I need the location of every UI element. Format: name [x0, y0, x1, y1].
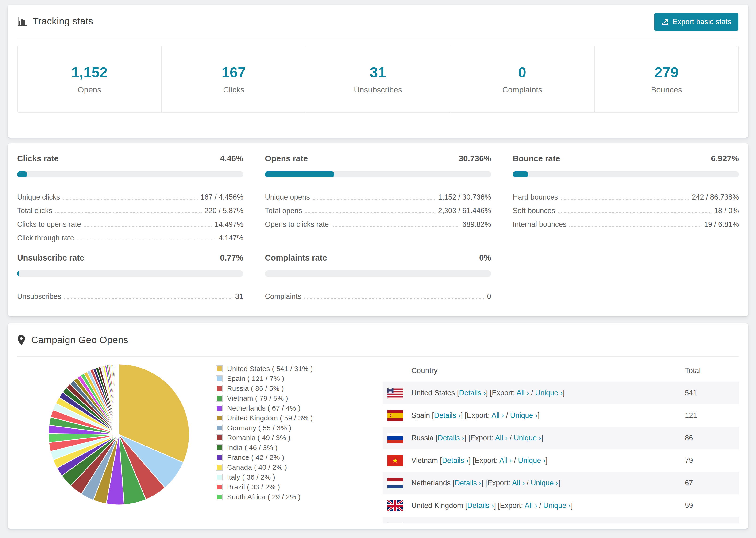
stats-summary-row: 1,152 Opens 167 Clicks 31 Unsubscribes 0… [17, 45, 739, 113]
metric-label: Internal bounces [513, 220, 567, 229]
export-label: Export: [487, 479, 511, 487]
legend-label: Romania ( 49 / 3% ) [227, 434, 291, 442]
dotted-leader [304, 298, 484, 299]
metric-value: 14.497% [215, 220, 243, 229]
metric-label: Complaints [265, 292, 301, 301]
legend-item: Vietnam ( 79 / 5% ) [216, 394, 313, 403]
legend-item: France ( 42 / 2% ) [216, 453, 313, 462]
rate-progress-fill [17, 270, 19, 277]
metric-label: Click through rate [17, 234, 74, 242]
country-flag-icon [387, 456, 403, 466]
legend-label: Netherlands ( 67 / 4% ) [227, 404, 300, 412]
rate-value: 0% [479, 253, 491, 262]
export-unique-link[interactable]: Unique › [531, 479, 558, 487]
metric-label: Total opens [265, 207, 302, 215]
metric-value: 167 / 4.456% [200, 193, 243, 201]
stat-box: 1,152 Opens [18, 46, 161, 112]
country-name: Vietnam [411, 456, 438, 464]
column-header-total: Total [685, 366, 739, 375]
export-all-link[interactable]: All › [495, 434, 508, 442]
metric-value: 4.147% [219, 234, 243, 242]
rate-progress-track [513, 171, 739, 178]
export-unique-link[interactable]: Unique › [535, 389, 563, 397]
rate-progress-fill [265, 171, 334, 178]
geo-header: Campaign Geo Opens [17, 323, 739, 357]
legend-item: India ( 46 / 3% ) [216, 443, 313, 453]
rate-metric-row: Unique opens 1,152 / 30.736% [265, 188, 491, 201]
table-row: Vietnam [Details ›] [Export: All › / Uni… [383, 449, 739, 472]
rate-metric-row: Unsubscribes 31 [17, 287, 243, 301]
dotted-leader [313, 199, 435, 199]
stat-box: 31 Unsubscribes [306, 46, 450, 112]
country-flag-icon [387, 388, 403, 398]
details-link[interactable]: Details › [455, 479, 481, 487]
export-unique-link[interactable]: Unique › [543, 501, 571, 510]
legend-swatch [216, 474, 222, 480]
rate-title: Opens rate [265, 154, 308, 163]
details-link[interactable]: Details › [442, 456, 469, 464]
dotted-leader [305, 212, 435, 213]
export-all-link[interactable]: All › [524, 501, 537, 510]
export-unique-link[interactable]: Unique › [518, 456, 545, 464]
legend-swatch [216, 415, 222, 421]
dotted-leader [558, 212, 711, 213]
country-total: 79 [685, 456, 739, 465]
stat-box: 279 Bounces [594, 46, 738, 112]
country-name: United Kingdom [411, 501, 463, 510]
legend-item: Russia ( 86 / 5% ) [216, 384, 313, 394]
export-label: Export: [470, 434, 494, 442]
legend-label: United States ( 541 / 31% ) [227, 365, 313, 373]
stat-box: 0 Complaints [450, 46, 594, 112]
rate-progress-track [17, 171, 243, 178]
dotted-leader [332, 226, 460, 227]
export-all-link[interactable]: All › [499, 456, 512, 464]
export-all-link[interactable]: All › [491, 411, 504, 419]
rate-block: Clicks rate 4.46% Unique clicks 167 / 4.… [17, 154, 243, 242]
bar-chart-icon [17, 16, 27, 26]
details-link[interactable]: Details › [438, 434, 464, 442]
stat-label: Clicks [223, 85, 244, 94]
metric-label: Unique clicks [17, 193, 60, 201]
metric-label: Soft bounces [513, 207, 555, 215]
rate-metric-row: Complaints 0 [265, 287, 491, 301]
dotted-leader [55, 212, 202, 213]
metric-value: 18 / 0% [714, 207, 739, 215]
legend-label: United Kingdom ( 59 / 3% ) [227, 414, 313, 422]
export-all-link[interactable]: All › [512, 479, 524, 487]
legend-label: Brazil ( 33 / 2% ) [227, 483, 280, 491]
tracking-stats-header: Tracking stats [17, 5, 739, 38]
country-total: 121 [685, 411, 739, 420]
details-link[interactable]: Details › [467, 501, 494, 510]
table-row: Spain [Details ›] [Export: All › / Uniqu… [383, 404, 739, 427]
export-icon [661, 18, 669, 26]
country-name: Russia [411, 434, 434, 442]
export-basic-stats-button[interactable]: Export basic stats [654, 13, 738, 30]
legend-item: United States ( 541 / 31% ) [216, 364, 313, 374]
country-flag-icon [387, 433, 403, 443]
legend-swatch [216, 445, 222, 451]
legend-item: Spain ( 121 / 7% ) [216, 374, 313, 384]
rate-metric-row: Internal bounces 19 / 6.81% [513, 215, 739, 229]
rate-metric-row: Unique clicks 167 / 4.456% [17, 188, 243, 201]
country-name: Spain [411, 411, 430, 419]
details-link[interactable]: Details › [459, 389, 486, 397]
legend-item: Germany ( 55 / 3% ) [216, 423, 313, 433]
details-link[interactable]: Details › [434, 411, 461, 419]
legend-item: Brazil ( 33 / 2% ) [216, 482, 313, 492]
dotted-leader [64, 298, 233, 299]
table-header-row: Country Total [383, 359, 739, 382]
metric-label: Opens to clicks rate [265, 220, 329, 229]
rate-progress-track [17, 270, 243, 277]
geo-pie-chart [46, 361, 192, 508]
metric-value: 1,152 / 30.736% [438, 193, 491, 201]
stat-label: Unsubscribes [354, 85, 402, 94]
export-all-link[interactable]: All › [516, 389, 529, 397]
metric-label: Unsubscribes [17, 292, 61, 301]
table-row: Germany [Details ›] [Export: All › / Uni… [383, 517, 739, 523]
export-unique-link[interactable]: Unique › [510, 411, 537, 419]
export-unique-link[interactable]: Unique › [514, 434, 541, 442]
metric-value: 19 / 6.81% [704, 220, 739, 229]
rate-block: Unsubscribe rate 0.77% Unsubscribes 31 [17, 253, 243, 301]
country-flag-icon [387, 478, 403, 488]
table-row: United States [Details ›] [Export: All ›… [383, 382, 739, 404]
